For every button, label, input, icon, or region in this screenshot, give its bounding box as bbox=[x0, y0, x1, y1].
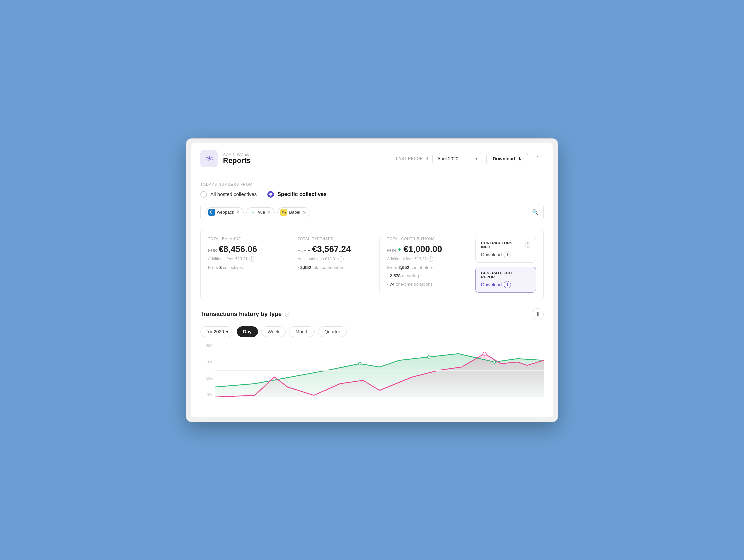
tags-input[interactable]: ⬡ webpack ✕ ▽ vue ✕ Bₐ Babel ✕ 🔍 bbox=[200, 204, 544, 221]
radio-group: All hosted collectives Specific collecti… bbox=[200, 191, 544, 198]
expenses-sign: - bbox=[308, 246, 312, 253]
contributions-sub1: From 2,652 contributors bbox=[387, 265, 462, 270]
time-btn-week[interactable]: Week bbox=[261, 326, 286, 337]
contributions-sub2: - 2,578 recurring bbox=[387, 273, 462, 278]
total-balance-label: TOTAL BALANCE bbox=[208, 237, 283, 241]
expenses-fees: Additional fees €13.31 i bbox=[298, 256, 372, 262]
time-controls: For 2020 ▾ Day Week Month Quarter bbox=[200, 326, 544, 337]
contributors-download-icon: ⬇ bbox=[504, 251, 511, 258]
total-contributions-col: TOTAL CONTRIBUTIONS EUR + €1,000.00 Addi… bbox=[380, 237, 469, 293]
year-chevron-icon: ▾ bbox=[226, 329, 228, 334]
contributors-info-title: CONTRIBUTORS' INFO ? bbox=[481, 241, 530, 249]
tag-babel: Bₐ Babel ✕ bbox=[277, 207, 310, 217]
tag-vue: ▽ vue ✕ bbox=[246, 207, 275, 217]
year-select[interactable]: For 2020 ▾ bbox=[200, 326, 233, 337]
header: ○/○ ADMIN PANEL Reports PAST REPORTS Apr… bbox=[191, 143, 553, 174]
vue-icon: ▽ bbox=[249, 209, 256, 216]
past-reports-label: PAST REPORTS bbox=[396, 156, 428, 161]
chart-y-labels: 30K 20K 15K 10K bbox=[200, 344, 215, 397]
search-icon[interactable]: 🔍 bbox=[532, 209, 539, 215]
download-button[interactable]: Download ⬇ bbox=[486, 153, 528, 164]
download-label: Download bbox=[493, 156, 515, 161]
download-icon: ⬇ bbox=[518, 156, 522, 161]
total-balance-amount-row: EUR €8,456.06 bbox=[208, 244, 283, 254]
radio-circle-all bbox=[200, 191, 207, 198]
chart-grid bbox=[215, 344, 544, 397]
y-label-10k: 10K bbox=[206, 393, 213, 397]
logo: ○/○ bbox=[200, 150, 218, 167]
selected-report-value: April 2020 bbox=[437, 156, 458, 161]
balance-info-icon[interactable]: i bbox=[249, 256, 254, 262]
contributors-info-card[interactable]: CONTRIBUTORS' INFO ? Download ⬇ bbox=[475, 237, 536, 263]
contributions-sub3-count: 74 bbox=[390, 282, 394, 287]
generate-report-download[interactable]: Download ⬇ bbox=[481, 281, 530, 288]
chart-area bbox=[215, 344, 544, 397]
generate-report-card[interactable]: GENERATE FULL REPORT Download ⬇ bbox=[475, 267, 536, 293]
generate-download-icon: ⬇ bbox=[504, 281, 511, 288]
tag-vue-label: vue bbox=[258, 210, 265, 215]
radio-specific-collectives[interactable]: Specific collectives bbox=[267, 191, 327, 198]
page-title: Reports bbox=[223, 156, 390, 165]
remove-vue-button[interactable]: ✕ bbox=[267, 210, 271, 215]
contributions-sign: + bbox=[398, 246, 403, 253]
tag-webpack-label: webpack bbox=[217, 210, 234, 215]
radio-label-specific: Specific collectives bbox=[277, 191, 327, 197]
contributions-fees-text: Additional fees €13.31 bbox=[387, 257, 427, 261]
stats-card: TOTAL BALANCE EUR €8,456.06 Additional f… bbox=[200, 229, 544, 300]
contributions-sub2-count: 2,578 bbox=[390, 273, 401, 278]
contributors-info-download[interactable]: Download ⬇ bbox=[481, 251, 530, 258]
expenses-sub: • 2,652 total contributors bbox=[298, 265, 372, 270]
contributions-sub3: - 74 one-time donations bbox=[387, 282, 462, 287]
y-label-15k: 15K bbox=[206, 376, 213, 380]
report-select[interactable]: April 2020 ▾ bbox=[432, 153, 482, 164]
contributions-currency: EUR bbox=[387, 248, 396, 253]
balance-sub: From 3 collectives bbox=[208, 265, 283, 270]
chevron-down-icon: ▾ bbox=[475, 156, 477, 161]
expenses-sub-count: 2,652 bbox=[300, 265, 311, 270]
chart-download-button[interactable]: ⬇ bbox=[532, 308, 544, 320]
balance-fees-text: Additional fees €13.31 bbox=[208, 257, 248, 261]
expenses-fees-text: Additional fees €13.31 bbox=[298, 257, 337, 261]
chart-title: Transactions history by type ? bbox=[200, 311, 290, 318]
chart-download-icon: ⬇ bbox=[536, 311, 540, 318]
more-options-button[interactable]: ⋮ bbox=[532, 154, 544, 164]
tag-babel-label: Babel bbox=[289, 210, 300, 215]
total-contributions-amount-row: EUR + €1,000.00 bbox=[387, 244, 462, 254]
tag-webpack: ⬡ webpack ✕ bbox=[205, 207, 244, 217]
chart-info-icon[interactable]: ? bbox=[285, 312, 290, 317]
generate-report-title: GENERATE FULL REPORT bbox=[481, 271, 530, 279]
balance-sub-count: 3 bbox=[219, 265, 222, 270]
y-label-20k: 20K bbox=[206, 360, 213, 364]
radio-all-collectives[interactable]: All hosted collectives bbox=[200, 191, 257, 198]
main-content: TODAYS NUMBERS FROM All hosted collectiv… bbox=[191, 174, 553, 417]
time-btn-day[interactable]: Day bbox=[237, 326, 258, 337]
contributions-info-icon[interactable]: i bbox=[428, 256, 433, 262]
expenses-info-icon[interactable]: i bbox=[338, 256, 344, 262]
actions-col: CONTRIBUTORS' INFO ? Download ⬇ GENERATE… bbox=[469, 237, 536, 293]
chart-section: Transactions history by type ? ⬇ For 202… bbox=[200, 308, 544, 409]
total-expenses-label: TOTAL EXPENSES bbox=[298, 237, 372, 241]
balance-fees: Additional fees €13.31 i bbox=[208, 256, 283, 262]
admin-label: ADMIN PANEL bbox=[223, 152, 390, 156]
time-btn-quarter[interactable]: Quarter bbox=[318, 326, 346, 337]
header-title: ADMIN PANEL Reports bbox=[223, 152, 390, 165]
chart-container: 30K 20K 15K 10K bbox=[200, 344, 544, 404]
expenses-amount: €3,567.24 bbox=[312, 244, 351, 254]
total-expenses-amount-row: EUR - €3,567.24 bbox=[298, 244, 372, 254]
year-label: For 2020 bbox=[205, 329, 224, 334]
total-contributions-label: TOTAL CONTRIBUTIONS bbox=[387, 237, 462, 241]
filter-section-label: TODAYS NUMBERS FROM bbox=[200, 182, 544, 186]
babel-icon: Bₐ bbox=[280, 209, 287, 216]
radio-label-all: All hosted collectives bbox=[210, 191, 257, 197]
header-right: PAST REPORTS April 2020 ▾ Download ⬇ ⋮ bbox=[396, 153, 544, 164]
balance-amount: €8,456.06 bbox=[219, 244, 257, 254]
remove-babel-button[interactable]: ✕ bbox=[302, 210, 306, 215]
contributors-info-icon[interactable]: ? bbox=[525, 242, 530, 248]
y-label-30k: 30K bbox=[206, 344, 213, 348]
chart-header: Transactions history by type ? ⬇ bbox=[200, 308, 544, 320]
webpack-icon: ⬡ bbox=[208, 209, 215, 216]
time-btn-month[interactable]: Month bbox=[289, 326, 315, 337]
total-balance-col: TOTAL BALANCE EUR €8,456.06 Additional f… bbox=[208, 237, 290, 293]
contributions-amount: €1,000.00 bbox=[404, 244, 442, 254]
remove-webpack-button[interactable]: ✕ bbox=[236, 210, 240, 215]
